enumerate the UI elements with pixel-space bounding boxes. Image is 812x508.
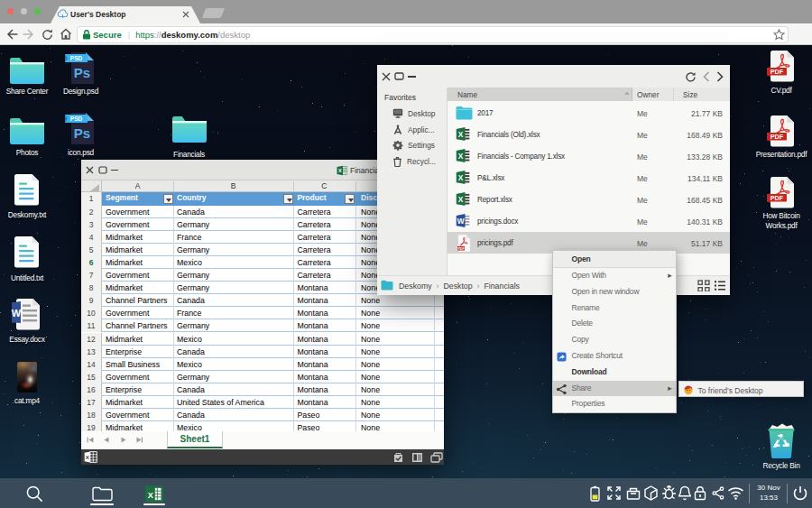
svg-text:X: X <box>458 131 464 139</box>
svg-text:W: W <box>457 217 465 226</box>
svg-text:X: X <box>148 491 154 500</box>
svg-text:PSD: PSD <box>70 55 83 61</box>
svg-text:X: X <box>458 152 464 161</box>
svg-text:X: X <box>338 168 342 173</box>
svg-text:PDF: PDF <box>770 68 784 76</box>
svg-text:PSD: PSD <box>70 115 83 122</box>
svg-text:W: W <box>12 308 22 319</box>
svg-text:Ps: Ps <box>74 65 90 80</box>
svg-text:PDF: PDF <box>457 246 465 250</box>
svg-text:PDF: PDF <box>770 194 784 202</box>
svg-text:X: X <box>458 196 464 204</box>
svg-text:Ps: Ps <box>74 125 90 141</box>
svg-text:X: X <box>458 174 464 182</box>
svg-text:PDF: PDF <box>770 133 784 141</box>
